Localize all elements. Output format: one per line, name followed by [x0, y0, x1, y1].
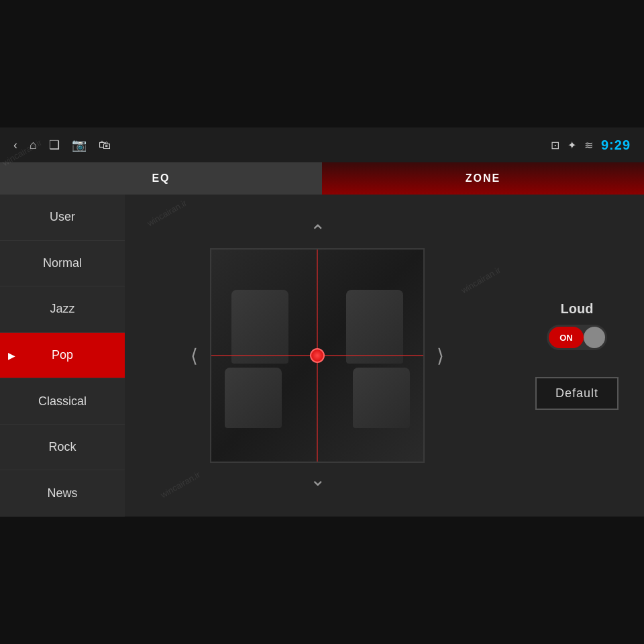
default-button[interactable]: Default: [535, 377, 619, 410]
car-interior: [211, 250, 423, 462]
seat-rear-right: [353, 368, 410, 428]
loud-toggle[interactable]: ON: [547, 325, 607, 350]
zone-area: wincairan.ir wincairan.ir wincairan.ir ⌃…: [125, 195, 510, 517]
back-icon[interactable]: ‹: [13, 138, 17, 152]
nav-icons: ‹ ⌂ ❑ 📷 🛍: [13, 138, 551, 152]
sidebar: User Normal Jazz ▶ Pop Classical Rock: [0, 195, 125, 517]
crosshair-dot[interactable]: [310, 348, 325, 363]
status-bar: ‹ ⌂ ❑ 📷 🛍 ⊡ ✦ ≋ 9:29: [0, 127, 644, 162]
watermark-3: wincairan.ir: [159, 470, 202, 500]
cast-icon: ⊡: [551, 139, 559, 152]
device-screen: ‹ ⌂ ❑ 📷 🛍 ⊡ ✦ ≋ 9:29 EQ ZONE: [0, 127, 644, 517]
watermark-1: wincairan.ir: [146, 198, 189, 229]
bag-icon[interactable]: 🛍: [99, 138, 111, 152]
sidebar-item-classical[interactable]: Classical: [0, 378, 125, 425]
right-panel: wincairan.ir Loud ON Default: [510, 195, 644, 517]
toggle-on-label: ON: [549, 327, 584, 348]
right-arrow[interactable]: ⟩: [431, 345, 449, 367]
seat-front-left: [231, 290, 288, 364]
toggle-knob: [584, 327, 605, 348]
seat-front-right: [346, 290, 403, 364]
sidebar-item-jazz[interactable]: Jazz: [0, 286, 125, 333]
sidebar-item-normal[interactable]: Normal: [0, 241, 125, 287]
up-arrow[interactable]: ⌃: [310, 221, 325, 243]
sidebar-item-user[interactable]: User: [0, 195, 125, 241]
windows-icon[interactable]: ❑: [49, 138, 60, 152]
tab-bar: EQ ZONE: [0, 162, 644, 195]
sidebar-item-rock[interactable]: Rock: [0, 425, 125, 471]
loud-label: Loud: [561, 301, 594, 317]
sidebar-item-news[interactable]: News: [0, 470, 125, 517]
app-container: ‹ ⌂ ❑ 📷 🛍 ⊡ ✦ ≋ 9:29 EQ ZONE: [0, 0, 644, 644]
loud-section: Loud ON: [547, 301, 607, 350]
down-arrow[interactable]: ⌄: [310, 468, 325, 490]
main-content: User Normal Jazz ▶ Pop Classical Rock: [0, 195, 644, 517]
tab-eq[interactable]: EQ: [0, 162, 322, 195]
zone-row: ⟨ ⟩: [185, 248, 449, 463]
tab-zone[interactable]: ZONE: [322, 162, 644, 195]
seat-rear-left: [225, 368, 282, 428]
time-display: 9:29: [601, 138, 631, 153]
bluetooth-icon: ✦: [568, 139, 576, 152]
wifi-icon: ≋: [584, 139, 593, 152]
play-icon: ▶: [8, 350, 15, 361]
sidebar-item-pop[interactable]: ▶ Pop: [0, 333, 125, 379]
camera-icon[interactable]: 📷: [72, 138, 87, 152]
car-display: [210, 248, 425, 463]
home-icon[interactable]: ⌂: [30, 138, 37, 152]
status-right: ⊡ ✦ ≋ 9:29: [551, 138, 631, 153]
watermark-2: wincairan.ir: [460, 265, 502, 296]
left-arrow[interactable]: ⟨: [185, 345, 203, 367]
